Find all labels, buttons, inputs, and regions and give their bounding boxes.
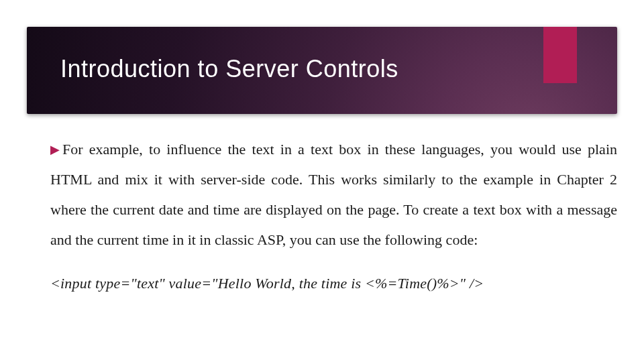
- bullet-paragraph: ▶For example, to influence the text in a…: [50, 134, 617, 255]
- accent-tab: [543, 27, 577, 83]
- code-example: <input type="text" value="Hello World, t…: [50, 275, 617, 292]
- slide-title: Introduction to Server Controls: [60, 55, 398, 83]
- slide-body: ▶For example, to influence the text in a…: [50, 134, 617, 292]
- paragraph-text: For example, to influence the text in a …: [50, 141, 617, 248]
- slide: Introduction to Server Controls ▶For exa…: [0, 0, 644, 362]
- bullet-arrow-icon: ▶: [50, 137, 60, 162]
- title-banner: Introduction to Server Controls: [27, 27, 617, 114]
